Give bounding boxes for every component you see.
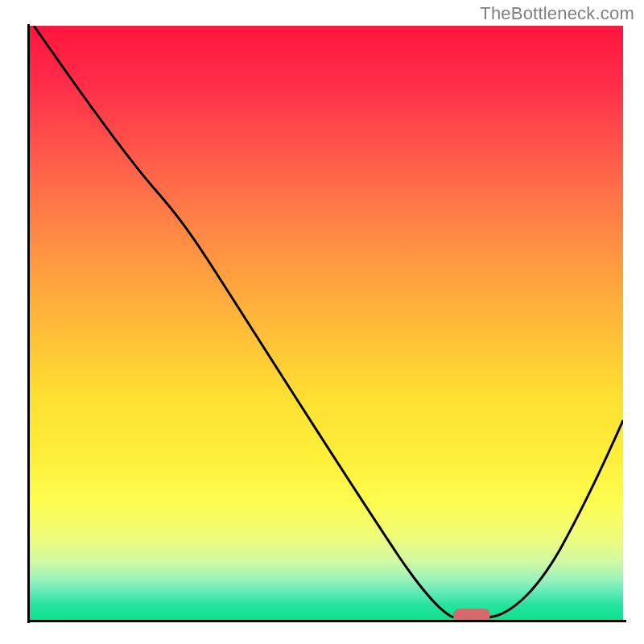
chart-container: TheBottleneck.com [0, 0, 644, 644]
plot-area [29, 26, 623, 620]
y-axis [27, 24, 30, 623]
bottleneck-curve [34, 26, 623, 617]
x-axis [27, 620, 626, 622]
curve-overlay [29, 26, 623, 620]
watermark-text: TheBottleneck.com [480, 3, 634, 24]
